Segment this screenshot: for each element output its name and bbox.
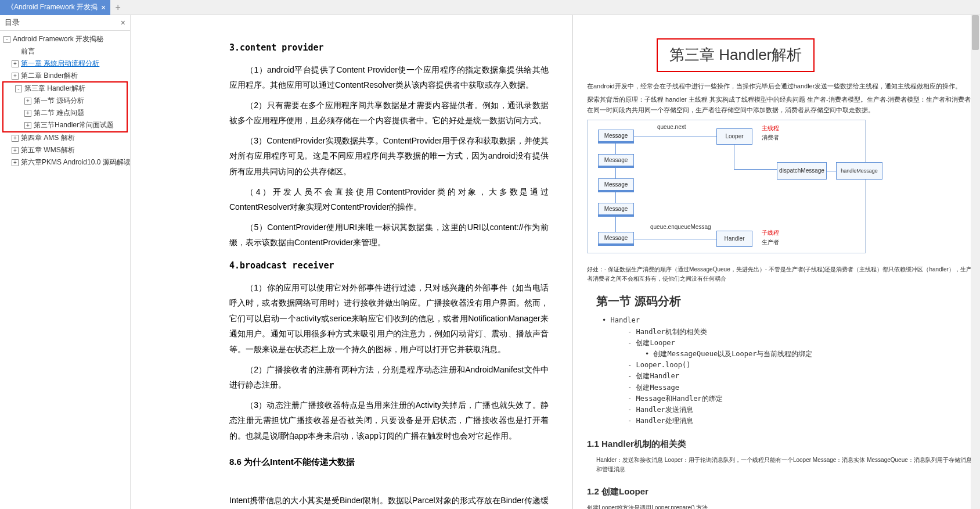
outline-item-6: 创建Message	[628, 382, 973, 393]
para-br3: （3）动态注册广播接收器特点是当用来注册的Activity关掉后，广播也就失效了…	[229, 397, 549, 444]
expand-icon[interactable]: +	[12, 135, 19, 142]
expand-icon[interactable]: +	[24, 98, 31, 105]
dg-label-producer: 生产者	[762, 238, 779, 247]
expand-icon[interactable]: +	[12, 147, 19, 154]
heading-content-provider: 3.content provider	[229, 40, 549, 56]
tree-label: 第一章 系统启动流程分析	[21, 59, 99, 69]
intro-2: 探索其背后的原理：子线程 handler 主线程 其实构成了线程模型中的经典问题…	[587, 95, 973, 115]
dg-looper: Looper	[716, 128, 752, 145]
outline-item-7: Message和Handler的绑定	[628, 393, 973, 404]
tree-label: 第五章 WMS解析	[21, 145, 75, 155]
dg-label-qnext: queue.next	[657, 123, 686, 132]
heading-86: 8.6 为什么Intent不能传递大数据	[229, 454, 549, 471]
outline-item-9: Handler处理消息	[628, 415, 973, 426]
expand-icon[interactable]: +	[12, 73, 19, 80]
tree-item-8[interactable]: +第四章 AMS 解析	[0, 132, 130, 144]
tree-label: Android Framework 开发揭秘	[13, 34, 103, 44]
outline-item-8: Handler发送消息	[628, 404, 973, 415]
dg-handle: handleMessage	[836, 162, 882, 180]
subhead-11: 1.1 Handler机制的相关类	[587, 437, 973, 451]
dg-label-sub: 子线程	[762, 228, 779, 238]
dg-arrow	[634, 239, 716, 239]
dg-dispatch: dispatchMessage	[777, 162, 827, 180]
dg-label-consumer: 消费者	[762, 133, 779, 142]
handler-diagram: Message Message Message Message Message …	[587, 120, 866, 253]
sidebar: 目录 × -Android Framework 开发揭秘前言+第一章 系统启动流…	[0, 15, 131, 509]
intro-1: 在android开发中，经常会在子线程中进行一些操作，当操作完毕后会通过hand…	[587, 81, 973, 92]
tree-label: 前言	[21, 46, 35, 56]
active-tab[interactable]: 《Android Framework 开发揭 ×	[0, 0, 110, 15]
tree-item-5[interactable]: +第一节 源码分析	[3, 95, 127, 107]
section-1-heading: 第一节 源码分析	[596, 292, 973, 310]
tab-bar: 《Android Framework 开发揭 × +	[0, 0, 980, 15]
heading-broadcast: 4.broadcast receiver	[229, 257, 549, 274]
collapse-icon[interactable]: -	[3, 36, 10, 43]
expand-icon[interactable]: +	[24, 122, 31, 129]
outline-item-2: 创建Looper	[628, 338, 973, 349]
tree-label: 第二节 难点问题	[34, 108, 84, 118]
tab-add-button[interactable]: +	[110, 2, 125, 13]
sidebar-header: 目录 ×	[0, 15, 130, 31]
outline-list: HandlerHandler机制的相关类创建Looper创建MessageQue…	[610, 315, 973, 426]
collapse-icon[interactable]: -	[15, 85, 22, 92]
para-cp1: （1）android平台提供了Content Provider使一个应用程序的指…	[229, 62, 549, 93]
note-12a: 创建Looper的方法是调用Looper.prepare() 方法	[587, 503, 973, 509]
tree-label: 第一节 源码分析	[34, 96, 84, 106]
dg-arrow	[827, 171, 836, 171]
expand-icon[interactable]: +	[12, 60, 19, 67]
advantage-note: 好处：- 保证数据生产消费的顺序（通过MessageQueue，先进先出）- 不…	[587, 265, 973, 284]
outline-item-3: 创建MessageQueue以及Looper与当前线程的绑定	[645, 349, 973, 360]
highlighted-chapter: -第三章 Handler解析+第一节 源码分析+第二节 难点问题+第三节Hand…	[2, 81, 128, 132]
dg-message-1: Message	[598, 130, 634, 144]
dg-arrow	[615, 168, 616, 178]
dg-arrow	[734, 145, 734, 169]
para-cp2: （2）只有需要在多个应用程序间共享数据是才需要内容提供者。例如，通讯录数据被多个…	[229, 98, 549, 128]
para-i1: Intent携带信息的大小其实是受Binder限制。数据以Parcel对象的形式…	[229, 493, 549, 509]
dg-arrow	[615, 217, 616, 232]
para-cp3: （3）ContentProvider实现数据共享。ContentProvider…	[229, 133, 549, 180]
tree-item-2[interactable]: +第一章 系统启动流程分析	[0, 58, 130, 70]
tree-item-0[interactable]: -Android Framework 开发揭秘	[0, 33, 130, 45]
outline-item-0: Handler	[610, 315, 973, 326]
dg-arrow	[615, 192, 616, 203]
sidebar-title: 目录	[5, 17, 20, 28]
dg-message-4: Message	[598, 203, 634, 217]
chapter-title: 第三章 Handler解析	[657, 38, 815, 72]
para-cp4: （4）开发人员不会直接使用ContentProvider类的对象，大多数是通过C…	[229, 184, 549, 215]
dg-arrow	[634, 137, 716, 137]
expand-icon[interactable]: +	[24, 110, 31, 117]
dg-label-qenq: queue.enqueueMessag	[650, 223, 711, 232]
tree-label: 第三节Handler常问面试题	[34, 120, 114, 130]
tree-label: 第三章 Handler解析	[24, 84, 85, 94]
para-br2: （2）广播接收者的注册有两种方法，分别是程序动态注册和AndroidManife…	[229, 362, 549, 393]
sidebar-close-icon[interactable]: ×	[121, 18, 125, 27]
dg-message-2: Message	[598, 154, 634, 168]
page-right: 第三章 Handler解析 在android开发中，经常会在子线程中进行一些操作…	[573, 15, 980, 509]
scrollbar[interactable]	[971, 15, 980, 509]
page-left: 3.content provider （1）android平台提供了Conten…	[131, 15, 572, 509]
tree-item-1[interactable]: 前言	[0, 45, 130, 58]
tab-close-icon[interactable]: ×	[101, 3, 106, 12]
tree-item-10[interactable]: +第六章PKMS Android10.0 源码解读	[0, 156, 130, 169]
expand-icon[interactable]: +	[12, 159, 19, 166]
outline-item-5: 创建Handler	[628, 371, 973, 382]
tab-title: 《Android Framework 开发揭	[7, 2, 98, 12]
tree-item-6[interactable]: +第二节 难点问题	[3, 107, 127, 119]
para-cp5: （5）ContentProvider使用URI来唯一标识其数据集，这里的URI以…	[229, 220, 549, 250]
dg-label-main: 主线程	[762, 124, 779, 133]
tree-label: 第二章 Binder解析	[21, 71, 78, 81]
tree-item-4[interactable]: -第三章 Handler解析	[3, 83, 127, 95]
tree-label: 第四章 AMS 解析	[21, 133, 75, 143]
outline-tree: -Android Framework 开发揭秘前言+第一章 系统启动流程分析+第…	[0, 31, 130, 171]
dg-handler: Handler	[716, 231, 752, 247]
scrollbar-thumb[interactable]	[972, 15, 979, 50]
outline-item-4: Looper.loop()	[628, 360, 973, 371]
dg-message-3: Message	[598, 178, 634, 192]
tree-label: 第六章PKMS Android10.0 源码解读	[21, 157, 130, 167]
outline-item-1: Handler机制的相关类	[628, 327, 973, 338]
tree-item-3[interactable]: +第二章 Binder解析	[0, 70, 130, 82]
tree-item-7[interactable]: +第三节Handler常问面试题	[3, 119, 127, 131]
tree-item-9[interactable]: +第五章 WMS解析	[0, 144, 130, 156]
dg-message-5: Message	[598, 232, 634, 246]
subhead-12: 1.2 创建Looper	[587, 485, 973, 499]
